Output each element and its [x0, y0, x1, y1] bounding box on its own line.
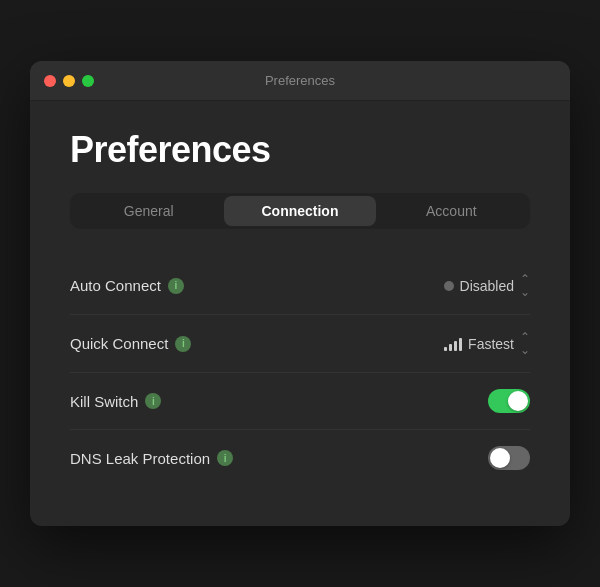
kill-switch-text: Kill Switch — [70, 393, 138, 410]
auto-connect-chevron: ⌃ ⌄ — [520, 273, 530, 298]
setting-quick-connect: Quick Connect i Fastest ⌃ ⌄ — [70, 315, 530, 373]
traffic-lights — [44, 75, 94, 87]
auto-connect-text: Auto Connect — [70, 277, 161, 294]
kill-switch-label: Kill Switch i — [70, 393, 161, 410]
quick-connect-info-icon[interactable]: i — [175, 336, 191, 352]
dns-leak-label: DNS Leak Protection i — [70, 450, 233, 467]
preferences-window: Preferences Preferences General Connecti… — [30, 61, 570, 526]
maximize-button[interactable] — [82, 75, 94, 87]
settings-list: Auto Connect i Disabled ⌃ ⌄ Quick Connec… — [70, 257, 530, 486]
setting-kill-switch: Kill Switch i — [70, 373, 530, 430]
dns-leak-toggle[interactable] — [488, 446, 530, 470]
minimize-button[interactable] — [63, 75, 75, 87]
quick-connect-text: Quick Connect — [70, 335, 168, 352]
auto-connect-control[interactable]: Disabled ⌃ ⌄ — [444, 273, 530, 298]
close-button[interactable] — [44, 75, 56, 87]
disabled-dot — [444, 281, 454, 291]
quick-connect-label: Quick Connect i — [70, 335, 191, 352]
dns-leak-text: DNS Leak Protection — [70, 450, 210, 467]
tab-general[interactable]: General — [73, 196, 224, 226]
quick-connect-control[interactable]: Fastest ⌃ ⌄ — [444, 331, 530, 356]
dns-leak-knob — [490, 448, 510, 468]
tab-bar: General Connection Account — [70, 193, 530, 229]
page-title: Preferences — [70, 129, 530, 171]
quick-connect-value: Fastest — [468, 336, 514, 352]
quick-connect-chevron: ⌃ ⌄ — [520, 331, 530, 356]
setting-auto-connect: Auto Connect i Disabled ⌃ ⌄ — [70, 257, 530, 315]
signal-icon — [444, 337, 462, 351]
tab-connection[interactable]: Connection — [224, 196, 375, 226]
auto-connect-info-icon[interactable]: i — [168, 278, 184, 294]
auto-connect-value: Disabled — [460, 278, 514, 294]
main-content: Preferences General Connection Account A… — [30, 101, 570, 526]
tab-account[interactable]: Account — [376, 196, 527, 226]
kill-switch-info-icon[interactable]: i — [145, 393, 161, 409]
window-title: Preferences — [265, 73, 335, 88]
setting-dns-leak: DNS Leak Protection i — [70, 430, 530, 486]
titlebar: Preferences — [30, 61, 570, 101]
dns-leak-info-icon[interactable]: i — [217, 450, 233, 466]
auto-connect-label: Auto Connect i — [70, 277, 184, 294]
kill-switch-knob — [508, 391, 528, 411]
kill-switch-toggle[interactable] — [488, 389, 530, 413]
